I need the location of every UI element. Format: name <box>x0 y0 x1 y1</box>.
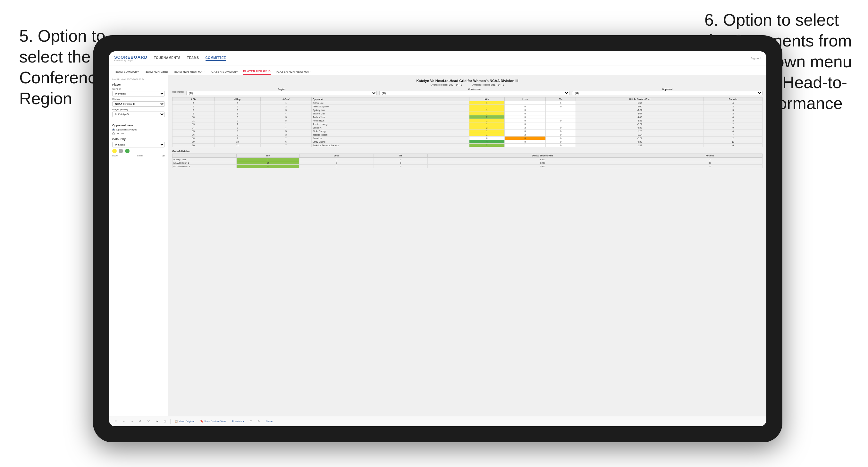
division-select[interactable]: NCAA Division III NCAA Division I NCAA D… <box>112 101 165 107</box>
nav-sign-out[interactable]: Sign out <box>751 57 761 60</box>
toolbar-options[interactable]: ⌥ <box>146 419 152 424</box>
col-header-opponent: Opponent <box>312 97 469 101</box>
table-cell: 14 <box>173 126 215 129</box>
table-cell: 6 <box>261 140 312 144</box>
ood-table-cell: 15 <box>237 161 300 165</box>
col-header-div: # Div <box>173 97 215 101</box>
gender-label: Gender <box>112 88 165 90</box>
table-cell: 16 <box>173 133 215 136</box>
player-rank-label: Player (Rank) <box>112 108 165 111</box>
table-cell: 1 <box>469 119 504 122</box>
app-logo-sub: Powered by clippd <box>114 59 148 62</box>
toolbar-share[interactable]: Share <box>264 419 274 424</box>
table-cell: 2 <box>469 144 504 147</box>
sub-nav-team-h2h-grid[interactable]: TEAM H2H GRID <box>144 70 168 75</box>
table-cell: Andrea York <box>312 115 469 119</box>
main-data-table: # Div # Reg # Conf Opponent Win Loss Tie… <box>172 97 763 147</box>
opponent-view-label: Opponent view <box>112 124 165 127</box>
col-header-win: Win <box>469 97 504 101</box>
sub-nav-player-summary[interactable]: PLAYER SUMMARY <box>210 70 238 75</box>
nav-item-committee[interactable]: COMMITTEE <box>206 56 226 61</box>
ood-col-opponent <box>173 154 237 158</box>
ood-table-cell: 0 <box>300 165 374 168</box>
data-title: Katelyn Vo Head-to-Head Grid for Women's… <box>172 79 763 83</box>
table-cell: 0 <box>546 126 576 129</box>
ood-table-cell: 5 <box>237 165 300 168</box>
player-rank-select[interactable]: 8. Katelyn Vo <box>112 112 165 117</box>
toolbar-share2[interactable]: ↪ <box>154 419 160 424</box>
toolbar-clock[interactable]: ◷ <box>162 419 168 424</box>
table-cell: 10 <box>173 115 215 119</box>
table-cell: 11 <box>704 140 763 144</box>
col-header-tie: Tie <box>546 97 576 101</box>
table-cell: Sharon Mun <box>312 112 469 115</box>
table-cell: 1 <box>469 112 504 115</box>
sub-nav-team-summary[interactable]: TEAM SUMMARY <box>114 70 139 75</box>
ood-table-cell: 1 <box>237 158 300 161</box>
data-records: Overall Record: 353 - 34 - 6 Division Re… <box>172 83 763 86</box>
radio-top100[interactable]: Top 100 <box>112 132 165 135</box>
table-cell <box>546 112 576 115</box>
table-cell: 1 <box>546 101 576 105</box>
legend-dots <box>112 149 165 153</box>
toolbar-hex[interactable]: ⬡ <box>248 419 254 424</box>
table-cell <box>546 108 576 112</box>
gender-select[interactable]: Women's Men's <box>112 91 165 96</box>
table-cell: 3 <box>173 101 215 105</box>
legend-label-level: Level <box>137 155 143 157</box>
opponent-filter-select[interactable]: (All) <box>572 91 763 95</box>
table-cell: 7 <box>704 133 763 136</box>
table-cell: 0 <box>546 136 576 140</box>
toolbar-refresh[interactable]: ⟳ <box>256 419 262 424</box>
table-cell: 0.30 <box>576 140 704 144</box>
toolbar-save-custom[interactable]: 🔖 Save Custom View <box>198 419 227 424</box>
nav-item-tournaments[interactable]: TOURNAMENTS <box>154 56 181 61</box>
region-filter-select[interactable]: (All) <box>186 91 377 95</box>
table-cell: 0 <box>546 105 576 108</box>
table-cell: 1 <box>469 108 504 112</box>
table-cell: 2 <box>704 122 763 126</box>
table-cell: 5 <box>261 129 312 133</box>
app-logo-title: SCOREBOARD <box>114 55 148 59</box>
table-cell: 0.38 <box>576 126 704 129</box>
division-record-label: Division Record: 331 - 34 - 6 <box>472 83 504 86</box>
ood-table-cell: 0 <box>374 158 428 161</box>
radio-opponents-played[interactable]: Opponents Played <box>112 128 165 131</box>
out-of-division-header: Out of division <box>172 150 763 153</box>
table-cell: 4.00 <box>576 115 704 119</box>
table-cell: 5 <box>173 105 215 108</box>
toolbar-watch[interactable]: 👁 Watch ▾ <box>230 419 246 424</box>
col-header-conf: # Conf <box>261 97 312 101</box>
ood-table-cell: 4.500 <box>428 158 657 161</box>
table-row: 20117Federica Domecq Lacroze2101.336 <box>173 144 763 147</box>
table-cell: 3 <box>704 112 763 115</box>
table-cell: Sydney Kuo <box>312 108 469 112</box>
table-cell: 1 <box>261 101 312 105</box>
table-cell: 3 <box>261 115 312 119</box>
opponent-filter-group: Opponent (All) <box>572 88 763 95</box>
toolbar-undo[interactable]: ↺ <box>113 419 118 424</box>
nav-item-teams[interactable]: TEAMS <box>187 56 199 61</box>
table-cell: Heejo Hyun <box>312 119 469 122</box>
table-cell: 3 <box>704 105 763 108</box>
sub-nav-player-h2h-heatmap[interactable]: PLAYER H2H HEATMAP <box>276 70 310 75</box>
table-cell: 1.50 <box>576 101 704 105</box>
conference-filter-select[interactable]: (All) <box>379 91 570 95</box>
toolbar-settings[interactable]: ⚙ <box>137 419 143 424</box>
colour-by-select[interactable]: Win/loss <box>112 142 165 148</box>
toolbar-sep <box>170 419 170 424</box>
toolbar-forward[interactable]: → <box>129 419 135 424</box>
table-cell: 4 <box>704 101 763 105</box>
toolbar-back[interactable]: ← <box>121 419 127 424</box>
table-cell: Jessica Huang <box>312 122 469 126</box>
toolbar-view-original[interactable]: 📋 View: Original <box>173 419 196 424</box>
tablet-frame: SCOREBOARD Powered by clippd TOURNAMENTS… <box>93 35 782 442</box>
sub-navbar: TEAM SUMMARY TEAM H2H GRID TEAM H2H HEAT… <box>109 65 766 75</box>
data-header: Katelyn Vo Head-to-Head Grid for Women's… <box>172 79 763 86</box>
sub-nav-team-h2h-heatmap[interactable]: TEAM H2H HEATMAP <box>174 70 205 75</box>
col-header-reg: # Reg <box>215 97 261 101</box>
sub-nav-player-h2h-grid[interactable]: PLAYER H2H GRID <box>243 69 271 75</box>
table-cell: 7 <box>261 144 312 147</box>
table-cell <box>546 122 576 126</box>
table-cell: -1.00 <box>576 108 704 112</box>
